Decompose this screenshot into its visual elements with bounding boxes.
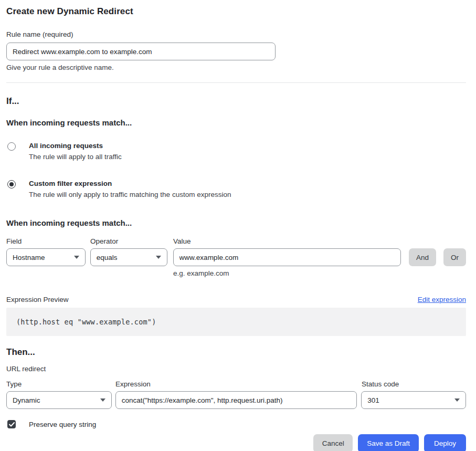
preserve-query-label: Preserve query string	[29, 421, 96, 428]
chevron-down-icon	[100, 398, 105, 402]
type-label: Type	[6, 380, 112, 388]
section-divider	[6, 82, 466, 83]
builder-heading: When incoming requests match...	[6, 218, 466, 227]
page-title: Create new Dynamic Redirect	[6, 6, 466, 17]
expression-preview-box: (http.host eq "www.example.com")	[6, 308, 466, 336]
redirect-expression-input[interactable]	[115, 391, 357, 409]
value-label: Value	[173, 237, 191, 245]
checkmark-icon	[9, 422, 15, 427]
option-all-incoming[interactable]: All incoming requests The rule will appl…	[6, 142, 466, 161]
option-custom-filter[interactable]: Custom filter expression The rule will o…	[6, 180, 466, 198]
operator-label: Operator	[90, 237, 167, 245]
status-code-select[interactable]: 301	[361, 391, 466, 409]
rule-name-label: Rule name (required)	[6, 30, 466, 38]
field-select-value: Hostname	[13, 254, 45, 261]
option-description: The rule will only apply to traffic matc…	[29, 191, 231, 198]
radio-button[interactable]	[7, 180, 16, 188]
chevron-down-icon	[454, 398, 460, 402]
chevron-down-icon	[156, 256, 161, 259]
deploy-button[interactable]: Deploy	[424, 434, 466, 451]
operator-select-value: equals	[97, 254, 118, 261]
status-code-label: Status code	[362, 380, 399, 388]
expression-preview-label: Expression Preview	[6, 296, 69, 303]
preserve-query-checkbox[interactable]	[7, 420, 16, 428]
match-heading: When incoming requests match...	[6, 118, 466, 127]
value-helper: e.g. example.com	[173, 269, 466, 277]
if-heading: If...	[6, 96, 466, 107]
status-code-value: 301	[367, 396, 379, 404]
then-heading: Then...	[6, 347, 466, 358]
option-description: The rule will apply to all traffic	[29, 153, 122, 161]
field-select[interactable]: Hostname	[6, 248, 86, 266]
value-input[interactable]	[173, 248, 401, 266]
or-button[interactable]: Or	[443, 248, 466, 266]
chevron-down-icon	[74, 256, 79, 259]
and-button[interactable]: And	[409, 248, 436, 266]
option-label: All incoming requests	[29, 142, 122, 150]
rule-name-helper: Give your rule a descriptive name.	[6, 64, 466, 71]
url-redirect-label: URL redirect	[6, 365, 466, 373]
radio-button[interactable]	[7, 142, 16, 151]
expression-label: Expression	[115, 380, 357, 388]
field-label: Field	[6, 237, 86, 245]
rule-name-input[interactable]	[6, 43, 276, 60]
edit-expression-link[interactable]: Edit expression	[418, 296, 466, 303]
operator-select[interactable]: equals	[90, 248, 167, 266]
option-label: Custom filter expression	[29, 180, 231, 187]
expression-preview-code: (http.host eq "www.example.com")	[16, 318, 156, 326]
preserve-query-row[interactable]: Preserve query string	[6, 420, 466, 428]
type-select-value: Dynamic	[13, 396, 40, 404]
type-select[interactable]: Dynamic	[6, 391, 112, 409]
create-redirect-form: Create new Dynamic Redirect Rule name (r…	[0, 0, 476, 451]
save-as-draft-button[interactable]: Save as Draft	[358, 434, 419, 451]
cancel-button[interactable]: Cancel	[313, 434, 353, 451]
